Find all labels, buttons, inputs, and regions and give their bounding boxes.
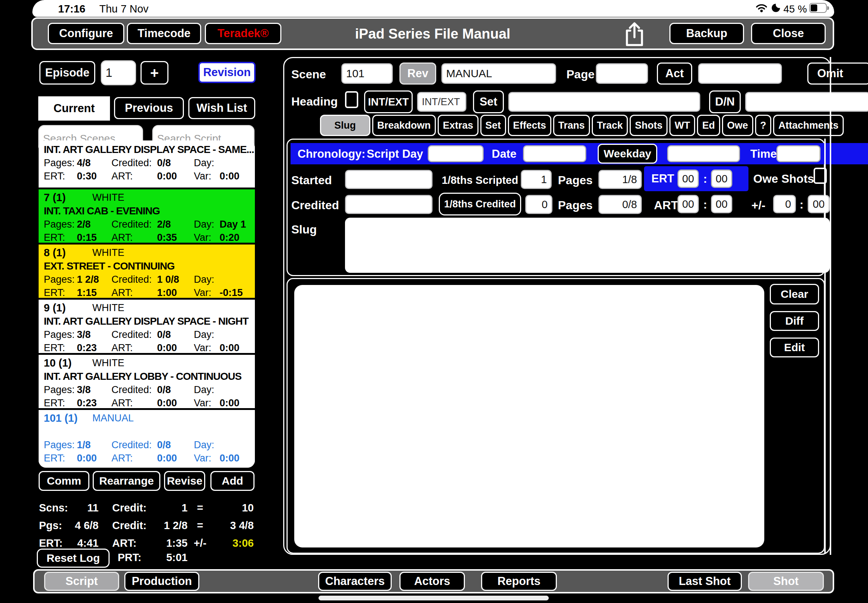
heading-checkbox[interactable]: [345, 91, 358, 108]
add-scene-button[interactable]: Add: [210, 471, 255, 491]
scene-title: INT. ART GALLERY DISPLAY SPACE - SAME...: [39, 144, 255, 157]
weekday-field[interactable]: [667, 145, 740, 162]
comm-button[interactable]: Comm: [39, 471, 90, 491]
art-hours-field[interactable]: [678, 195, 699, 213]
scene-item-partial[interactable]: INT. ART GALLERY DISPLAY SPACE - SAME...…: [39, 141, 255, 187]
set-field[interactable]: [508, 92, 700, 112]
edit-button[interactable]: Edit: [770, 337, 819, 357]
reset-log-button[interactable]: Reset Log: [37, 549, 110, 568]
teradek-button[interactable]: Teradek®: [205, 23, 282, 44]
owe-shots-label: Owe Shots: [753, 173, 814, 185]
time-field[interactable]: [777, 145, 820, 162]
scene-item-9[interactable]: 9 (1)WHITE INT. ART GALLERY DISPLAY SPAC…: [39, 298, 255, 353]
omit-button[interactable]: Omit: [807, 62, 868, 85]
last-shot-button[interactable]: Last Shot: [668, 572, 742, 591]
scene-item-7[interactable]: 7 (1)WHITE INT. TAXI CAB - EVENING Pages…: [39, 187, 255, 243]
date-field[interactable]: [523, 145, 586, 162]
tab-extras[interactable]: Extras: [438, 115, 478, 136]
revise-button[interactable]: Revise: [164, 471, 205, 491]
tab-current[interactable]: Current: [38, 96, 110, 121]
chronology-label: Chronology:: [297, 148, 365, 159]
tab-attachments[interactable]: Attachments: [773, 115, 844, 136]
tab-shots[interactable]: Shots: [630, 115, 668, 136]
close-button[interactable]: Close: [751, 23, 826, 44]
episode-button[interactable]: Episode: [39, 61, 95, 85]
tab-ed[interactable]: Ed: [697, 115, 720, 136]
tab-previous[interactable]: Previous: [114, 97, 184, 119]
production-button[interactable]: Production: [124, 572, 200, 591]
plus-minus-hours-field[interactable]: [773, 195, 796, 213]
script-day-label: Script Day: [367, 148, 423, 159]
slug-textarea[interactable]: [345, 218, 830, 273]
backup-button[interactable]: Backup: [669, 23, 744, 44]
page-field[interactable]: [596, 63, 648, 84]
dn-button[interactable]: D/N: [709, 90, 741, 113]
diff-button[interactable]: Diff: [770, 311, 819, 331]
prt-label: PRT:: [118, 552, 141, 563]
status-date: Thu 7 Nov: [99, 3, 149, 15]
plus-minus-label: +/-: [751, 199, 765, 211]
scene-title: INT. TAXI CAB - EVENING: [39, 205, 255, 218]
scene-label: Scene: [291, 68, 326, 80]
script-day-field[interactable]: [428, 145, 484, 162]
tab-set[interactable]: Set: [480, 115, 506, 136]
ert-hours-field[interactable]: [678, 170, 699, 188]
credited-label: Credited: [291, 199, 339, 211]
actors-button[interactable]: Actors: [399, 572, 465, 591]
dn-field[interactable]: [745, 92, 868, 112]
set-button[interactable]: Set: [473, 90, 504, 113]
eighths-scripted-label: 1/8ths Scripted: [442, 175, 518, 186]
scene-list[interactable]: INT. ART GALLERY DISPLAY SPACE - SAME...…: [39, 141, 255, 468]
scene-name-field[interactable]: [441, 63, 556, 84]
revision-button[interactable]: Revision: [198, 62, 255, 83]
plus-minus-colon: :: [800, 199, 804, 210]
heading-label: Heading: [291, 96, 337, 107]
script-text-area[interactable]: [294, 285, 764, 547]
tab-trans[interactable]: Trans: [553, 115, 590, 136]
pages-credited-field[interactable]: [599, 195, 642, 214]
tab-wish-list[interactable]: Wish List: [188, 97, 255, 119]
inner-panel-right-border: [824, 139, 826, 554]
timecode-button[interactable]: Timecode: [127, 23, 201, 44]
share-icon[interactable]: [623, 21, 646, 49]
clear-button[interactable]: Clear: [770, 284, 819, 305]
scene-number-field[interactable]: [341, 63, 393, 84]
configure-button[interactable]: Configure: [48, 23, 124, 44]
pages-scripted-field[interactable]: [599, 170, 642, 189]
act-button[interactable]: Act: [657, 62, 692, 85]
rearrange-button[interactable]: Rearrange: [93, 471, 160, 491]
detail-tabs: Slug Breakdown Extras Set Effects Trans …: [320, 115, 844, 136]
tab-owe[interactable]: Owe: [722, 115, 753, 136]
tab-question[interactable]: ?: [755, 115, 772, 136]
shot-button[interactable]: Shot: [748, 572, 824, 591]
reports-button[interactable]: Reports: [481, 572, 557, 591]
scene-item-101[interactable]: 101 (1)MANUAL Pages:1/8 Credited:0/8 Day…: [39, 408, 255, 463]
home-indicator[interactable]: [319, 596, 549, 600]
battery-icon: [809, 3, 830, 13]
credited-field[interactable]: [345, 195, 433, 214]
tab-track[interactable]: Track: [592, 115, 628, 136]
script-button[interactable]: Script: [44, 572, 119, 591]
ert-minutes-field[interactable]: [711, 170, 732, 188]
art-label: ART: [654, 199, 678, 211]
scene-item-8[interactable]: 8 (1)WHITE EXT. STREET - CONTINUING Page…: [39, 243, 255, 298]
tab-breakdown[interactable]: Breakdown: [372, 115, 436, 136]
episode-number-field[interactable]: [101, 60, 136, 85]
scene-item-10[interactable]: 10 (1)WHITE INT. ART GALLERY LOBBY - CON…: [39, 353, 255, 408]
int-ext-button[interactable]: INT/EXT: [364, 90, 413, 113]
int-ext-field[interactable]: [417, 92, 466, 112]
eighths-credited-field[interactable]: [525, 195, 552, 214]
characters-button[interactable]: Characters: [318, 572, 392, 591]
rev-button[interactable]: Rev: [399, 62, 436, 85]
tab-slug[interactable]: Slug: [320, 115, 370, 136]
art-minutes-field[interactable]: [711, 195, 732, 213]
eighths-credited-button[interactable]: 1/8ths Credited: [439, 193, 521, 215]
eighths-scripted-field[interactable]: [521, 170, 552, 189]
tab-wt[interactable]: WT: [669, 115, 695, 136]
weekday-button[interactable]: Weekday: [598, 144, 657, 164]
tab-effects[interactable]: Effects: [508, 115, 551, 136]
add-episode-button[interactable]: +: [141, 61, 169, 85]
act-field[interactable]: [698, 63, 782, 84]
plus-minus-minutes-field[interactable]: [808, 195, 830, 213]
started-field[interactable]: [345, 170, 433, 189]
